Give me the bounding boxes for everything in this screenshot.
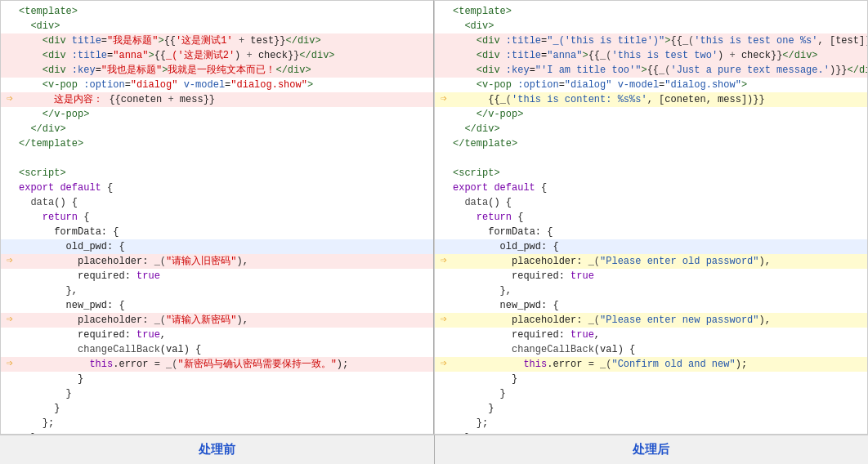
code-line xyxy=(435,151,867,166)
code-line: ➩ placeholder: _("请输入旧密码"), xyxy=(1,254,433,269)
line-content: <div :key="'I am title too'">{{_('Just a… xyxy=(453,63,867,78)
after-label: 处理后 xyxy=(435,435,869,464)
code-line: ➩ placeholder: _("请输入新密码"), xyxy=(1,313,433,328)
before-panel: <template> <div> <div title="我是标题">{{'这是… xyxy=(0,0,434,435)
code-line: new_pwd: { xyxy=(1,298,433,313)
code-line: old_pwd: { xyxy=(1,239,433,254)
line-content: <div :title="anna">{{_('this is test two… xyxy=(453,48,867,63)
line-content: export default { xyxy=(19,181,433,195)
code-line: <v-pop :option="dialog" v-model="dialog.… xyxy=(1,78,433,92)
line-content: placeholder: _("Please enter old passwor… xyxy=(453,254,867,269)
line-arrow: ➩ xyxy=(1,92,19,107)
code-line: ➩ 这是内容： {{coneten + mess}} xyxy=(1,92,433,107)
line-arrow: ➩ xyxy=(435,357,453,372)
code-line: export default { xyxy=(1,181,433,195)
line-content: </div> xyxy=(453,122,867,136)
code-line: required: true xyxy=(435,269,867,283)
line-content: this.error = _("Confirm old and new"); xyxy=(453,357,867,372)
line-arrow: ➩ xyxy=(435,313,453,328)
line-content: <v-pop :option="dialog" v-model="dialog.… xyxy=(453,78,867,92)
line-content: new_pwd: { xyxy=(19,298,433,313)
code-line: </v-pop> xyxy=(435,107,867,122)
line-content: return { xyxy=(453,210,867,225)
code-line: old_pwd: { xyxy=(435,239,867,254)
code-line: <div title="我是标题">{{'这是测试1' + test}}</di… xyxy=(1,33,433,48)
code-line: <div> xyxy=(435,19,867,33)
line-content: }; xyxy=(453,416,867,431)
line-content: this.error = _("新密码与确认密码需要保持一致。"); xyxy=(19,357,433,372)
line-content: placeholder: _("请输入新密码"), xyxy=(19,313,433,328)
line-content: } xyxy=(453,386,867,401)
line-content: placeholder: _("请输入旧密码"), xyxy=(19,254,433,269)
line-content: <div :title="anna">{{_('这是测试2') + check}… xyxy=(19,48,433,63)
code-line: ➩ {{_('this is content: %s%s', [coneten,… xyxy=(435,92,867,107)
line-content: <script> xyxy=(453,166,867,181)
panels-container: <template> <div> <div title="我是标题">{{'这是… xyxy=(0,0,868,435)
line-content: } xyxy=(453,401,867,416)
code-line: formData: { xyxy=(1,225,433,239)
before-code[interactable]: <template> <div> <div title="我是标题">{{'这是… xyxy=(1,1,433,434)
code-line: </template> xyxy=(435,136,867,151)
line-content: <div :key="我也是标题">我就是一段纯文本而已！</div> xyxy=(19,63,433,78)
code-line: }; xyxy=(435,416,867,431)
code-line: changeCallBack(val) { xyxy=(435,342,867,357)
line-arrow: ➩ xyxy=(1,357,19,372)
code-line: formData: { xyxy=(435,225,867,239)
code-line: </div> xyxy=(435,122,867,136)
line-content: required: true, xyxy=(19,328,433,342)
line-content: <div :title="_('this is title')">{{_('th… xyxy=(453,33,867,48)
line-content: }; xyxy=(19,416,433,431)
code-line: }, xyxy=(435,283,867,298)
line-arrow: ➩ xyxy=(1,254,19,269)
line-content: <script> xyxy=(19,166,433,181)
line-content: placeholder: _("Please enter new passwor… xyxy=(453,313,867,328)
code-line: required: true, xyxy=(1,328,433,342)
line-content: } xyxy=(453,431,867,434)
line-content: return { xyxy=(19,210,433,225)
line-content: }, xyxy=(19,283,433,298)
code-line: required: true xyxy=(1,269,433,283)
line-content: </template> xyxy=(453,136,867,151)
code-line: <div :title="_('this is title')">{{_('th… xyxy=(435,33,867,48)
code-line: } xyxy=(435,401,867,416)
line-content: formData: { xyxy=(19,225,433,239)
code-line: <div :title="anna">{{_('这是测试2') + check}… xyxy=(1,48,433,63)
line-content: data() { xyxy=(453,195,867,210)
code-line: export default { xyxy=(435,181,867,195)
code-line: </v-pop> xyxy=(1,107,433,122)
line-content: } xyxy=(19,401,433,416)
line-content: </div> xyxy=(19,122,433,136)
line-content: } xyxy=(453,372,867,386)
after-code[interactable]: <template> <div> <div :title="_('this is… xyxy=(435,1,867,434)
line-content: } xyxy=(19,431,433,434)
line-content: {{_('this is content: %s%s', [coneten, m… xyxy=(453,92,867,107)
code-line: } xyxy=(1,372,433,386)
after-panel: <template> <div> <div :title="_('this is… xyxy=(434,0,868,435)
code-line: ➩ this.error = _("新密码与确认密码需要保持一致。"); xyxy=(1,357,433,372)
code-line: <div> xyxy=(1,19,433,33)
code-line: <div :title="anna">{{_('this is test two… xyxy=(435,48,867,63)
code-line: }, xyxy=(1,283,433,298)
line-arrow: ➩ xyxy=(435,254,453,269)
code-line: <script> xyxy=(1,166,433,181)
line-content: new_pwd: { xyxy=(453,298,867,313)
code-line: data() { xyxy=(1,195,433,210)
line-content: </v-pop> xyxy=(453,107,867,122)
line-content: <div title="我是标题">{{'这是测试1' + test}}</di… xyxy=(19,33,433,48)
code-line: } xyxy=(435,431,867,434)
line-content: required: true xyxy=(453,269,867,283)
code-line: </div> xyxy=(1,122,433,136)
line-content: changeCallBack(val) { xyxy=(453,342,867,357)
code-line: new_pwd: { xyxy=(435,298,867,313)
line-arrow: ➩ xyxy=(435,92,453,107)
code-line: } xyxy=(1,431,433,434)
code-line: data() { xyxy=(435,195,867,210)
code-line: changeCallBack(val) { xyxy=(1,342,433,357)
code-line: <template> xyxy=(1,4,433,19)
code-line: <div :key="'I am title too'">{{_('Just a… xyxy=(435,63,867,78)
code-line xyxy=(1,151,433,166)
line-content: </template> xyxy=(19,136,433,151)
line-content: <template> xyxy=(19,4,433,19)
line-content: old_pwd: { xyxy=(453,239,867,254)
code-line: } xyxy=(1,386,433,401)
